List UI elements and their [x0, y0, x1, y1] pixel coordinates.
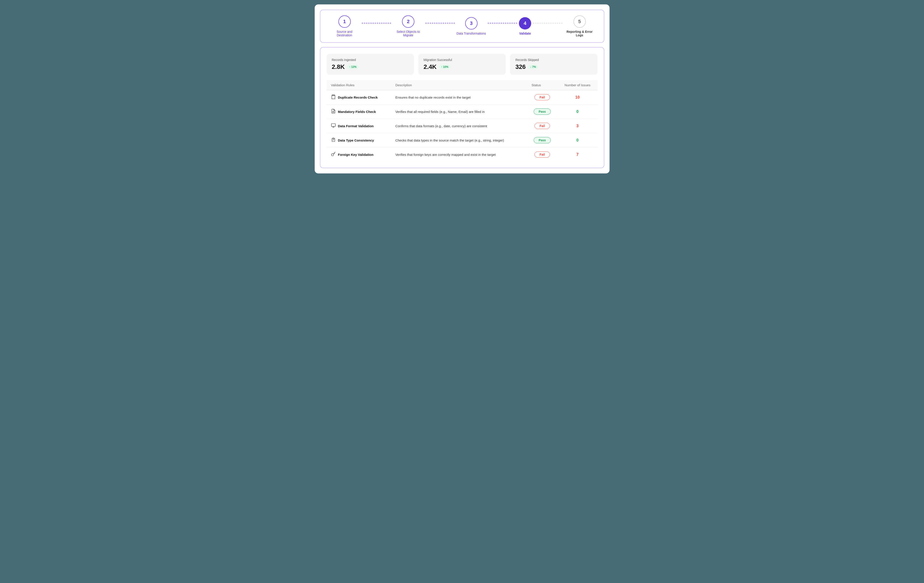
rule-icon-3 — [331, 137, 336, 143]
rule-cell-0: Duplicate Records Check — [327, 90, 391, 104]
col-header-issues: Number of Issues — [558, 80, 598, 90]
rule-name-2: Data Format Validation — [338, 124, 374, 128]
rule-status-2: Fail — [527, 119, 558, 133]
status-badge-3: Pass — [534, 137, 551, 143]
table-row: Foreign Key Validation Verifies that for… — [327, 147, 598, 162]
rule-description-4: Verifies that foreign keys are correctly… — [391, 147, 527, 162]
step-5-circle: 5 — [573, 15, 586, 28]
rule-status-1: Pass — [527, 104, 558, 119]
stepper: 1 Source and Destination 2 Select Object… — [320, 10, 604, 43]
rule-icon-1 — [331, 109, 336, 115]
step-1-circle: 1 — [338, 15, 351, 28]
step-2[interactable]: 2 Select Objects to Migrate — [393, 15, 424, 37]
rule-issues-2: 3 — [558, 119, 598, 133]
step-3[interactable]: 3 Data Transformations — [457, 17, 486, 35]
rule-name-0: Duplicate Records Check — [338, 96, 378, 99]
validation-table: Validation Rules Description Status Numb… — [327, 80, 598, 162]
step-5[interactable]: 5 Reporting & Error Logs — [564, 15, 595, 37]
table-row: Data Type Consistency Checks that data t… — [327, 133, 598, 147]
step-4[interactable]: 4 Validate — [519, 17, 531, 35]
col-header-status: Status — [527, 80, 558, 90]
rule-status-4: Fail — [527, 147, 558, 162]
table-header-row: Validation Rules Description Status Numb… — [327, 80, 598, 90]
main-container: 1 Source and Destination 2 Select Object… — [315, 4, 610, 173]
step-4-label: Validate — [519, 32, 531, 35]
rule-name-3: Data Type Consistency — [338, 139, 374, 142]
rule-issues-4: 7 — [558, 147, 598, 162]
svg-rect-3 — [331, 124, 335, 126]
status-badge-2: Fail — [535, 123, 550, 129]
step-1[interactable]: 1 Source and Destination — [329, 15, 360, 37]
rule-name-4: Foreign Key Validation — [338, 153, 374, 157]
col-header-rules: Validation Rules — [327, 80, 391, 90]
rule-icon-2 — [331, 123, 336, 129]
stat-label-2: Records Skipped — [515, 58, 592, 62]
stat-records-skipped: Records Skipped 326 ↓ 7% — [510, 54, 597, 75]
connector-2-3 — [426, 23, 455, 23]
stat-badge-1: ↑ 10% — [439, 65, 450, 69]
step-5-label: Reporting & Error Logs — [564, 30, 595, 37]
step-1-label: Source and Destination — [329, 30, 360, 37]
stat-badge-2: ↓ 7% — [528, 65, 538, 69]
rule-name-1: Mandatory Fields Check — [338, 110, 376, 114]
stat-label-0: Records Ingested — [332, 58, 409, 62]
content-panel: Records Ingested 2.8K ↑ 12% Migration Su… — [320, 47, 604, 168]
stat-label-1: Migration Successful — [424, 58, 500, 62]
col-header-description: Description — [391, 80, 527, 90]
step-2-circle: 2 — [402, 15, 414, 28]
connector-4-5 — [533, 23, 563, 23]
table-row: Duplicate Records Check Ensures that no … — [327, 90, 598, 104]
rule-status-3: Pass — [527, 133, 558, 147]
stat-value-2: 326 — [515, 63, 526, 70]
connector-1-2 — [362, 23, 391, 23]
step-3-label: Data Transformations — [457, 32, 486, 35]
stat-value-1: 2.4K — [424, 63, 437, 70]
status-badge-0: Fail — [535, 94, 550, 100]
table-row: Mandatory Fields Check Verifies that all… — [327, 104, 598, 119]
rule-issues-0: 10 — [558, 90, 598, 104]
stat-value-0: 2.8K — [332, 63, 345, 70]
rule-description-2: Confirms that data formats (e.g., date, … — [391, 119, 527, 133]
rule-description-1: Verifies that all required fields (e.g.,… — [391, 104, 527, 119]
rule-cell-4: Foreign Key Validation — [327, 147, 391, 162]
status-badge-4: Fail — [535, 152, 550, 158]
table-row: Data Format Validation Confirms that dat… — [327, 119, 598, 133]
status-badge-1: Pass — [534, 109, 551, 115]
connector-3-4 — [488, 23, 517, 23]
stat-records-ingested: Records Ingested 2.8K ↑ 12% — [327, 54, 414, 75]
rule-icon-4 — [331, 152, 336, 158]
rule-cell-3: Data Type Consistency — [327, 133, 391, 147]
stats-row: Records Ingested 2.8K ↑ 12% Migration Su… — [327, 54, 598, 75]
rule-cell-1: Mandatory Fields Check — [327, 104, 391, 119]
step-2-label: Select Objects to Migrate — [393, 30, 424, 37]
rule-description-3: Checks that data types in the source mat… — [391, 133, 527, 147]
rule-icon-0 — [331, 94, 336, 100]
svg-rect-6 — [333, 138, 334, 139]
rule-issues-3: 0 — [558, 133, 598, 147]
step-4-circle: 4 — [519, 17, 531, 30]
stat-badge-0: ↑ 12% — [347, 65, 359, 69]
step-3-circle: 3 — [465, 17, 477, 30]
stat-migration-successful: Migration Successful 2.4K ↑ 10% — [418, 54, 506, 75]
rule-cell-2: Data Format Validation — [327, 119, 391, 133]
rule-description-0: Ensures that no duplicate records exist … — [391, 90, 527, 104]
rule-status-0: Fail — [527, 90, 558, 104]
rule-issues-1: 0 — [558, 104, 598, 119]
